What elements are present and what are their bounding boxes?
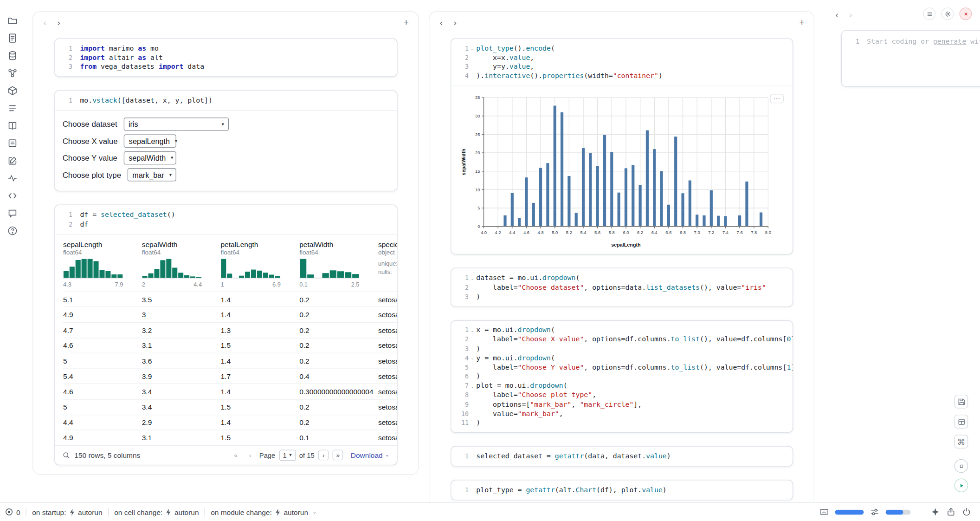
svg-text:6.8: 6.8 [680,230,686,235]
search-icon[interactable] [63,451,70,459]
settings-gear-icon[interactable] [941,7,954,20]
tracing-icon[interactable] [7,173,18,183]
page-select[interactable]: 1▾ [279,449,295,461]
fold-spacer [469,404,476,405]
plot-type-select[interactable]: mark_bar▾ [128,169,176,182]
y-value-select[interactable]: sepalWidth▾ [123,151,176,164]
ai-chat-icon[interactable] [7,208,18,218]
column-next-icon[interactable]: › [845,8,856,20]
code-line: 4⌄y = mo.ui.dropdown( [458,353,787,363]
datasources-icon[interactable] [7,50,18,61]
help-icon[interactable] [7,225,18,236]
last-page-icon[interactable]: » [333,450,343,461]
code-line: 1⌄plot_type().encode( [458,44,787,53]
column-prev-icon[interactable]: ‹ [39,17,51,28]
fold-spacer [469,348,476,350]
dataframe-table: sepalLengthfloat644.37.9sepalWidthfloat6… [55,234,397,445]
fold-chevron-icon[interactable]: ⌄ [469,46,476,52]
packages-icon[interactable] [7,85,18,96]
fold-chevron-icon[interactable]: ⌄ [469,275,476,281]
fold-chevron-icon[interactable]: ⌄ [469,355,476,361]
code-editor[interactable]: 1plot_type = getattr(alt.Chart(df), plot… [451,481,792,500]
helper-sidebar [0,0,25,494]
errors-indicator[interactable]: 0 [5,508,20,516]
command-palette-icon[interactable]: ⌘ [954,435,968,449]
fold-chevron-icon[interactable]: ⌄ [469,327,476,333]
runtime-sliders-icon[interactable] [870,507,879,516]
control-row: Choose Y value sepalWidth▾ [55,150,397,166]
column-header[interactable]: petalWidthfloat640.12.5 [299,241,378,287]
code-editor[interactable]: 1import marimo as mo2import altair as al… [55,39,397,77]
first-page-icon[interactable]: « [231,450,241,461]
outline-icon[interactable] [7,103,18,113]
chevron-down-icon: ⌄ [385,452,389,458]
markdown-file-icon[interactable] [7,33,18,43]
run-all-icon[interactable] [954,478,968,492]
startup-autorun-chip[interactable]: on startup: autorun [32,508,102,515]
cell-output: sepalLengthfloat644.37.9sepalWidthfloat6… [55,234,397,464]
code-editor[interactable]: 1selected_dataset = getattr(data, datase… [451,447,792,466]
table-cell: 5 [63,403,142,410]
svg-text:4.0: 4.0 [481,230,487,235]
close-icon[interactable] [960,7,972,20]
code-editor[interactable]: 1⌄plot_type().encode(2 x=x.value,3 y=y.v… [451,39,792,86]
logs-icon[interactable] [7,137,18,148]
documentation-icon[interactable] [7,120,18,131]
code-editor[interactable]: 1⌄x = mo.ui.dropdown(2 label="Choose X v… [451,320,792,432]
line-number: 2 [458,284,469,291]
snippets-icon[interactable] [7,190,18,201]
keyboard-shortcuts-icon[interactable] [819,507,829,516]
table-cell: setosa [378,434,397,442]
code-editor[interactable]: 1mo.vstack([dataset, x, y, plot]) [55,91,397,110]
code-line: 2 label="Choose X value", options=df.col… [458,335,787,344]
line-number: 10 [458,410,469,417]
dependency-graph-icon[interactable] [7,67,18,78]
column-prev-icon[interactable]: ‹ [831,8,842,20]
lightning-bolt-icon [166,508,171,515]
chart-actions-icon[interactable]: ⋯ [770,94,784,103]
dataset-select[interactable]: iris▾ [123,117,228,130]
code-line: 8 label="Choose plot type", [458,391,787,400]
column-next-icon[interactable]: › [449,17,460,28]
fold-chevron-icon[interactable]: ⌄ [469,383,476,389]
generate-ai-link[interactable]: generate [933,38,966,46]
table-cell: 4.6 [63,342,142,349]
table-cell: 1.4 [220,296,299,303]
column-header[interactable]: sepalLengthfloat644.37.9 [63,241,142,287]
shutdown-power-icon[interactable] [962,507,971,516]
plot-type-select-value: mark_bar [132,170,164,179]
layout-grid-icon[interactable] [954,415,968,429]
table-cell: 3.5 [142,296,221,303]
download-button[interactable]: Download⌄ [351,451,389,459]
share-icon[interactable] [946,507,955,516]
prev-page-icon[interactable]: ‹ [245,450,256,461]
code-editor[interactable]: 1 Start coding or generate with AI [842,31,980,86]
column-header[interactable]: speciesobjectunique:nulls: [378,241,397,287]
fold-spacer [469,76,476,77]
add-column-icon[interactable]: + [796,17,807,28]
save-icon[interactable] [954,395,968,409]
svg-text:5.8: 5.8 [609,230,615,235]
column-header[interactable]: sepalWidthfloat6424.4 [142,241,221,287]
table-cell: 1.5 [220,403,299,410]
next-page-icon[interactable]: › [318,450,329,461]
fold-spacer [469,66,476,68]
svg-text:30: 30 [475,113,480,118]
column-prev-icon[interactable]: ‹ [436,17,447,28]
code-editor[interactable]: 1⌄dataset = mo.ui.dropdown(2 label="Choo… [451,268,792,306]
column-next-icon[interactable]: › [53,17,64,28]
cell-change-autorun-chip[interactable]: on cell change: autorun [114,508,199,515]
column-header[interactable]: petalLengthfloat6416.9 [220,241,299,287]
interrupt-icon[interactable] [954,459,968,473]
file-explorer-icon[interactable] [7,15,18,26]
module-change-autorun-chip[interactable]: on module change: autorun ⌄ [211,508,316,515]
menu-icon[interactable] [923,7,935,20]
add-column-icon[interactable]: + [400,17,412,28]
x-value-select[interactable]: sepalLength▾ [124,135,176,148]
bar-chart[interactable]: 4.04.24.44.64.85.05.25.45.65.86.06.26.46… [459,91,774,249]
line-number: 1 [458,274,469,281]
code-editor[interactable]: 1df = selected_dataset()2df [55,205,397,234]
ai-sparkle-icon[interactable] [931,507,940,516]
scratchpad-icon[interactable] [7,155,18,166]
table-row: 4.73.21.30.2setosa [63,322,397,338]
